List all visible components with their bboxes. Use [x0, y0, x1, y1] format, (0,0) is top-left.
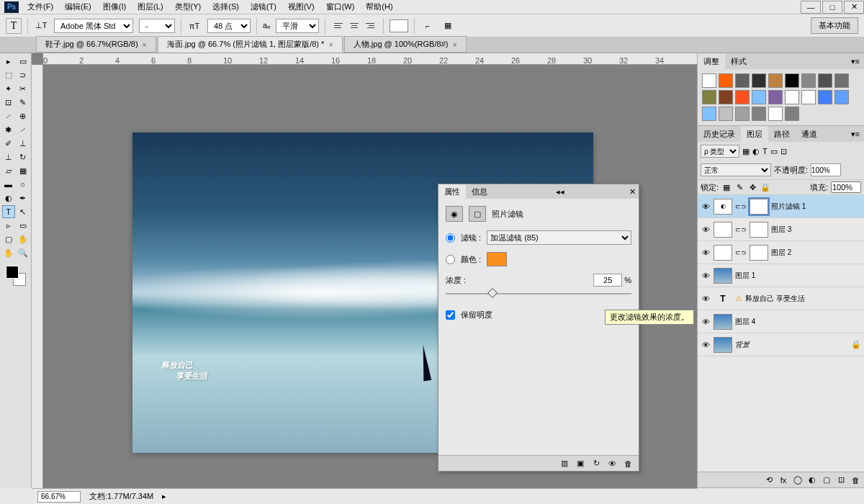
filter-type-icon[interactable]: T: [762, 147, 768, 156]
layer-row[interactable]: 👁⊂⊃图层 3: [698, 218, 864, 241]
close-icon[interactable]: ×: [143, 40, 147, 49]
visibility-icon[interactable]: 👁: [701, 225, 711, 234]
adjustments-tab[interactable]: 调整: [698, 53, 725, 70]
menu-layer[interactable]: 图层(L): [133, 0, 167, 14]
swatch[interactable]: [702, 90, 716, 104]
lasso-tool[interactable]: ⊃: [17, 68, 30, 81]
hand-tool-2[interactable]: ✋: [2, 246, 15, 259]
swatch[interactable]: [752, 73, 766, 88]
align-left[interactable]: [331, 19, 346, 33]
brush-tool[interactable]: ⟋: [17, 123, 30, 136]
info-tab[interactable]: 信息: [466, 184, 493, 199]
rectangle-tool[interactable]: ▢: [2, 233, 15, 246]
panel-close-icon[interactable]: ✕: [626, 187, 639, 197]
layers-tab[interactable]: 图层: [741, 126, 768, 143]
status-arrow-icon[interactable]: ▸: [162, 492, 166, 501]
visibility-icon[interactable]: 👁: [701, 318, 711, 326]
healing-tool[interactable]: ⊕: [17, 109, 30, 122]
filter-adj-icon[interactable]: ◐: [752, 147, 760, 156]
move-tool[interactable]: ▸: [2, 55, 15, 68]
layer-thumb[interactable]: [714, 245, 732, 261]
layer-fx-icon[interactable]: fx: [778, 474, 789, 486]
menu-image[interactable]: 图像(I): [99, 0, 130, 14]
gradient-tool[interactable]: ▦: [17, 164, 30, 177]
link-icon[interactable]: ⊂⊃: [735, 249, 747, 256]
text-orientation-icon[interactable]: ⊥T: [34, 19, 48, 33]
adjustment-layer-icon[interactable]: ◐: [806, 474, 818, 486]
antialias-select[interactable]: 平滑: [276, 19, 319, 33]
shape-tool[interactable]: ▭: [17, 219, 30, 232]
lock-transparent-icon[interactable]: ▦: [721, 182, 732, 192]
swatch[interactable]: [801, 73, 816, 88]
filter-smart-icon[interactable]: ⊡: [780, 147, 787, 156]
workspace-switcher[interactable]: 基本功能: [811, 17, 858, 34]
menu-file[interactable]: 文件(F): [23, 0, 58, 14]
color-swatches[interactable]: [6, 266, 26, 286]
filter-shape-icon[interactable]: ▭: [770, 147, 778, 156]
layer-name[interactable]: 图层 2: [771, 248, 861, 258]
menu-filter[interactable]: 滤镜(T): [246, 0, 281, 14]
swatch[interactable]: [768, 107, 783, 121]
opacity-input[interactable]: [811, 163, 841, 176]
new-layer-icon[interactable]: ⊡: [835, 474, 847, 486]
eyedropper-tool[interactable]: ✎: [17, 96, 30, 109]
align-right[interactable]: [363, 19, 377, 33]
swatch[interactable]: [735, 90, 750, 104]
warp-text-icon[interactable]: ⌐: [420, 19, 435, 33]
swatch[interactable]: [752, 90, 766, 104]
swatch[interactable]: [801, 90, 816, 104]
layer-mask-thumb[interactable]: [750, 245, 768, 261]
swatch[interactable]: [785, 90, 799, 104]
visibility-icon[interactable]: 👁: [701, 271, 711, 280]
history-tab[interactable]: 历史记录: [698, 126, 741, 143]
panel-collapse-icon[interactable]: ◂◂: [553, 187, 567, 197]
layer-row[interactable]: 👁◐⊂⊃照片滤镜 1: [698, 195, 864, 218]
horizontal-ruler[interactable]: 0246810121416182022242628303234: [43, 53, 697, 65]
vertical-ruler[interactable]: [32, 65, 43, 488]
menu-view[interactable]: 视图(V): [284, 0, 319, 14]
bucket-tool[interactable]: ▬: [2, 178, 15, 191]
marquee-tool[interactable]: ⬚: [2, 68, 15, 81]
eyedropper-tool-2[interactable]: ⟋: [2, 109, 15, 122]
visibility-icon[interactable]: 👁: [701, 248, 711, 257]
paths-tab[interactable]: 路径: [768, 126, 796, 143]
visibility-icon[interactable]: 👁: [701, 341, 711, 349]
swatch[interactable]: [818, 73, 832, 88]
swatch[interactable]: [818, 90, 832, 104]
font-size-select[interactable]: 48 点: [207, 19, 251, 33]
layer-mask-icon[interactable]: ◯: [792, 474, 804, 486]
layer-name[interactable]: 图层 3: [771, 225, 861, 235]
layer-thumb[interactable]: [714, 222, 732, 238]
visibility-icon[interactable]: 👁: [701, 294, 711, 303]
lock-pixels-icon[interactable]: ✎: [734, 182, 744, 192]
layer-name[interactable]: 释放自己 享受生活: [745, 294, 861, 304]
swatch[interactable]: [702, 107, 716, 121]
layer-group-icon[interactable]: ▢: [821, 474, 832, 486]
density-input[interactable]: [593, 274, 622, 287]
menu-edit[interactable]: 编辑(E): [60, 0, 96, 14]
brush-tool-2[interactable]: ✐: [2, 137, 15, 150]
swatch[interactable]: [785, 107, 799, 121]
layer-row[interactable]: 👁⊂⊃图层 2: [698, 241, 864, 264]
layer-thumb[interactable]: [714, 314, 732, 330]
history-brush[interactable]: ↻: [17, 150, 30, 163]
prev-state-icon[interactable]: ▣: [574, 458, 587, 469]
type-tool[interactable]: T: [2, 205, 15, 218]
swatch[interactable]: [752, 107, 766, 121]
tool-preset[interactable]: T: [6, 18, 22, 34]
panel-menu-icon[interactable]: ▾≡: [847, 57, 864, 66]
direct-select[interactable]: ▹: [2, 219, 15, 232]
spot-heal-tool[interactable]: ✱: [2, 123, 15, 136]
swatch[interactable]: [702, 73, 716, 88]
layer-thumb[interactable]: [714, 268, 732, 284]
font-style-select[interactable]: -: [139, 19, 175, 33]
font-family-select[interactable]: Adobe 黑体 Std: [54, 19, 133, 33]
doc-tab-1[interactable]: 海面.jpg @ 66.7% (照片滤镜 1, 图层蒙版/8) *×: [158, 36, 343, 53]
swatch[interactable]: [834, 73, 849, 88]
menu-type[interactable]: 类型(Y): [171, 0, 206, 14]
close-icon[interactable]: ×: [328, 40, 333, 49]
swatch[interactable]: [719, 73, 733, 88]
eraser-tool[interactable]: ▱: [2, 164, 15, 177]
doc-tab-2[interactable]: 人物.jpg @ 100%(RGB/8#)×: [344, 36, 467, 53]
doc-tab-0[interactable]: 鞋子.jpg @ 66.7%(RGB/8)×: [36, 36, 156, 53]
